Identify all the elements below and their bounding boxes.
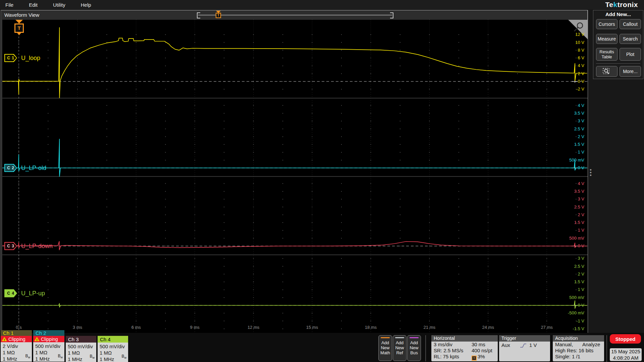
waveform-plot[interactable]: T C 1 U_loop C 2 U_LP-old C 3 U_LP-down … [2, 20, 588, 333]
grid-dot [576, 215, 577, 215]
grid-dot [459, 238, 459, 239]
acquisition-panel[interactable]: Acquisition Manual,Analyze High Res: 16 … [553, 335, 604, 361]
grid-dot [195, 113, 195, 114]
horizontal-position-scrollbar[interactable]: T [197, 12, 393, 18]
results-table-button[interactable]: Results Table [596, 48, 618, 61]
grid-dot [517, 136, 518, 137]
grid-dot [341, 34, 342, 35]
grid-dot [106, 121, 107, 121]
trigger-marker-t-icon: T [14, 23, 24, 33]
grid-dot [224, 199, 224, 199]
grid-dot [77, 321, 78, 321]
grid-dot [341, 73, 342, 74]
grid-dot [195, 274, 195, 275]
grid-dot [370, 328, 371, 329]
grid-dot [106, 34, 107, 35]
grid-dot [546, 222, 547, 223]
grid-dot [517, 50, 518, 51]
grid-dot [517, 321, 518, 321]
cursors-button[interactable]: Cursors [596, 19, 618, 29]
add-new-math-button[interactable]: AddNewMath [378, 335, 392, 361]
ch1-badge[interactable]: Ch 1 Clipping 2 V/div 1 MΩ 1 MHz Bw [1, 330, 32, 361]
trigger-position-flag-icon[interactable]: T [215, 11, 221, 19]
ch4-badge[interactable]: Ch 4 500 mV/div 1 MΩ 1 MHz Bw [98, 336, 128, 361]
grid-dot [106, 282, 107, 282]
grid-dot [546, 191, 547, 192]
menu-file[interactable]: File [5, 2, 13, 8]
grid-dot [312, 183, 313, 184]
panel-resize-handle[interactable]: ••• [589, 169, 592, 177]
grid-dot [106, 258, 107, 259]
grid-dot [165, 313, 166, 313]
add-new-ref-button[interactable]: AddNewRef [393, 335, 407, 361]
grid-dot [18, 321, 19, 321]
grid-dot [253, 191, 254, 192]
grid-dot [282, 297, 283, 298]
grid-dot [429, 89, 430, 89]
grid-dot [224, 34, 224, 35]
grid-dot [576, 65, 577, 66]
grid-dot [459, 199, 459, 199]
ch1-tab[interactable]: Ch 1 [1, 330, 32, 336]
ch3-tab[interactable]: Ch 3 [66, 336, 96, 343]
plot-button[interactable]: Plot [620, 48, 641, 61]
grid-dot [546, 230, 547, 231]
grid-dot [488, 321, 488, 321]
tektronix-logo: Tektronix [605, 1, 638, 9]
grid-dot [165, 121, 166, 121]
bus-color-strip [410, 337, 419, 338]
grid-dot [253, 266, 254, 267]
grid-dot [282, 42, 283, 43]
grid-dot [165, 58, 166, 58]
trigger-panel[interactable]: Trigger Aux 1 V [499, 335, 550, 361]
grid-dot [517, 73, 518, 74]
channel-3-tag[interactable]: C 3 U_LP-down [4, 242, 53, 250]
plot-zoom-corner[interactable] [568, 20, 588, 39]
grid-dot [165, 266, 166, 267]
grid-dot [253, 73, 254, 74]
channel-1-tag[interactable]: C 1 U_loop [4, 54, 40, 62]
grid-dot [282, 266, 283, 267]
ch2-tab[interactable]: Ch 2 [33, 330, 64, 336]
horizontal-panel[interactable]: Horizontal 3 ms/div30 ms SR: 2.5 MS/s400… [431, 335, 498, 361]
ch2-badge[interactable]: Ch 2 Clipping 500 mV/div 1 MΩ 1 MHz Bw [33, 330, 64, 361]
grid-dot [224, 113, 224, 114]
grid-dot [576, 113, 577, 114]
grid-dot [165, 207, 166, 207]
trigger-time-marker-icon[interactable]: T [13, 20, 29, 35]
run-stop-status-button[interactable]: Stopped [610, 334, 641, 344]
grid-dot [517, 121, 518, 121]
grid-dot [459, 121, 459, 121]
grid-dot [429, 274, 430, 275]
ch3-badge[interactable]: Ch 3 500 mV/div 1 MΩ 1 MHz Bw [66, 336, 96, 361]
grid-dot [546, 258, 547, 259]
trigger-level: 1 V [529, 342, 537, 348]
grid-dot [400, 144, 400, 145]
grid-dot [48, 136, 48, 137]
callout-button[interactable]: Callout [620, 19, 641, 29]
more-button[interactable]: More... [620, 66, 641, 77]
grid-dot [370, 274, 371, 275]
menu-help[interactable]: Help [81, 2, 91, 8]
grid-dot [400, 105, 400, 106]
channel-4-tag[interactable]: C 4 U_LP-up [4, 289, 45, 297]
grid-dot [517, 160, 518, 161]
zoom-mode-button[interactable] [596, 66, 618, 77]
ch4-tab[interactable]: Ch 4 [98, 336, 128, 343]
grid-dot [517, 81, 518, 82]
grid-dot [282, 58, 283, 58]
grid-dot [195, 183, 195, 184]
search-button[interactable]: Search [620, 34, 641, 44]
add-new-bus-button[interactable]: AddNewBus [407, 335, 421, 361]
menu-utility[interactable]: Utility [53, 2, 65, 8]
measure-button[interactable]: Measure [596, 34, 618, 44]
c4-badge: C 4 [4, 289, 17, 297]
channel-2-tag[interactable]: C 2 U_LP-old [4, 164, 46, 172]
grid-dot [282, 129, 283, 129]
grid-dot [312, 113, 313, 114]
menu-edit[interactable]: Edit [29, 2, 38, 8]
grid-dot [488, 328, 488, 329]
grid-dot [488, 34, 488, 35]
grid-dot [400, 215, 400, 215]
trigger-title: Trigger [499, 335, 550, 342]
